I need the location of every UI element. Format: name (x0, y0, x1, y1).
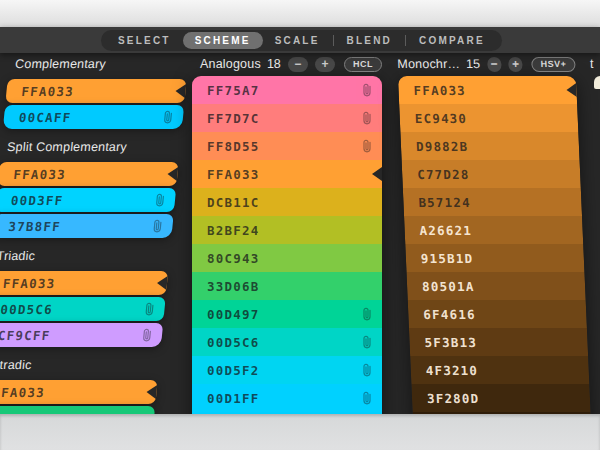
nav-divider (405, 35, 406, 46)
color-mode-button[interactable]: HSV+ (531, 57, 575, 72)
selected-notch (156, 276, 167, 290)
paperclip-icon[interactable] (149, 218, 166, 235)
increase-count-button[interactable]: + (508, 57, 523, 72)
color-swatch[interactable]: C77D28 (402, 160, 581, 188)
paperclip-icon[interactable] (139, 327, 156, 344)
swatch-count: 18 (267, 57, 281, 71)
monochrome-column: Monochr… 15 − + HSV+ FFA033 EC9430 D9882… (397, 55, 592, 440)
color-swatch[interactable]: 80501A (406, 272, 585, 300)
paperclip-icon[interactable] (359, 82, 376, 99)
swatch-hex-label: FF75A7 (192, 83, 259, 98)
color-swatch[interactable]: DCB11C (192, 188, 382, 216)
analogous-column: Analogous 18 − + HCL FF75A7 FF7D7C FF8D5… (192, 55, 382, 440)
swatch-hex-label: 915B1D (406, 251, 474, 266)
paperclip-icon[interactable] (359, 110, 376, 127)
swatch-hex-label: 00D5F2 (192, 363, 259, 378)
color-swatch[interactable]: 00D3FF (0, 188, 176, 212)
next-column-swatch-sliver[interactable] (594, 76, 600, 89)
swatch-hex-label: 80501A (407, 279, 475, 294)
paperclip-icon[interactable] (160, 109, 177, 126)
swatch-hex-label: 80C943 (192, 251, 259, 266)
next-column-title: t (590, 57, 593, 71)
tab-blend[interactable]: BLEND (335, 32, 404, 49)
color-swatch[interactable]: 00D1FF (192, 384, 382, 412)
selected-notch (372, 167, 382, 181)
color-mode-button[interactable]: HCL (344, 57, 382, 72)
swatch-hex-label: 5F3B13 (409, 335, 477, 350)
paperclip-icon[interactable] (152, 192, 169, 209)
color-swatch[interactable]: FFA033 (192, 160, 382, 188)
paperclip-icon[interactable] (141, 301, 158, 318)
color-swatch[interactable]: CF9CFF (0, 323, 163, 347)
color-swatch[interactable]: EC9430 (399, 104, 578, 132)
swatch-hex-label: FFA033 (6, 84, 75, 99)
color-swatch[interactable]: 6F4616 (408, 300, 587, 328)
swatch-stack: FF75A7 FF7D7C FF8D55 FFA033 DCB11C B2BF2… (192, 76, 382, 440)
swatch-hex-label: FF8D55 (192, 139, 259, 154)
scheme-group: Complementary FFA033 00CAFF (3, 55, 189, 129)
increase-count-button[interactable]: + (315, 57, 335, 72)
swatch-hex-label: 00D5C6 (192, 335, 259, 350)
color-swatch[interactable]: FFA033 (0, 271, 168, 295)
color-swatch[interactable]: B2BF24 (192, 216, 382, 244)
color-swatch[interactable]: B57124 (403, 188, 582, 216)
paperclip-icon[interactable] (359, 138, 376, 155)
column-header: Analogous 18 − + HCL (192, 55, 382, 73)
swatch-hex-label: DCB11C (192, 195, 259, 210)
paperclip-icon[interactable] (359, 334, 376, 351)
color-swatch[interactable]: 915B1D (405, 244, 584, 272)
swatch-hex-label: FFA033 (398, 83, 466, 98)
tab-scale[interactable]: SCALE (263, 32, 332, 49)
desktop-bottom-strip (0, 414, 600, 450)
color-swatch[interactable]: FF75A7 (192, 76, 382, 104)
color-swatch[interactable]: 37B8FF (0, 214, 174, 238)
swatch-stack: FFA033 EC9430 D9882B C77D28 B57124 A2662… (398, 76, 592, 440)
swatch-hex-label: 00CAFF (3, 110, 72, 125)
nav-divider (333, 35, 334, 46)
decrease-count-button[interactable]: − (487, 57, 502, 72)
color-swatch[interactable]: 5F3B13 (409, 328, 588, 356)
tab-compare[interactable]: COMPARE (407, 32, 497, 49)
tab-scheme[interactable]: SCHEME (183, 32, 263, 49)
scheme-group: Split Complementary FFA033 00D3FF 37B8FF (0, 138, 181, 238)
color-swatch[interactable]: FF8D55 (192, 132, 382, 160)
scheme-group-title: Triadic (0, 247, 171, 265)
selected-notch (566, 83, 577, 97)
swatch-hex-label: 3F280D (412, 391, 480, 406)
schemes-panel: Complementary FFA033 00CAFF Split Comple… (0, 55, 189, 439)
color-swatch[interactable]: 00CAFF (3, 105, 184, 129)
swatch-hex-label: 37B8FF (0, 219, 62, 234)
tab-select[interactable]: SELECT (106, 32, 183, 49)
decrease-count-button[interactable]: − (288, 57, 308, 72)
color-swatch[interactable]: FFA033 (0, 162, 179, 186)
color-swatch[interactable]: 4F3210 (410, 356, 589, 384)
color-swatch[interactable]: A26621 (404, 216, 583, 244)
swatch-hex-label: 4F3210 (410, 363, 478, 378)
paperclip-icon[interactable] (359, 306, 376, 323)
swatch-hex-label: FFA033 (0, 167, 67, 182)
swatch-hex-label: CF9CFF (0, 328, 51, 343)
scheme-group-title: Tetradic (0, 356, 160, 374)
swatch-hex-label: 33D06B (192, 279, 259, 294)
color-swatch[interactable]: 00D497 (192, 300, 382, 328)
paperclip-icon[interactable] (359, 390, 376, 407)
paperclip-icon[interactable] (359, 362, 376, 379)
color-swatch[interactable]: 00D5F2 (192, 356, 382, 384)
color-swatch[interactable]: 80C943 (192, 244, 382, 272)
swatch-hex-label: 00D497 (192, 307, 259, 322)
swatch-hex-label: B57124 (403, 195, 471, 210)
swatch-hex-label: FFA033 (192, 167, 259, 182)
column-title: Monochr… (397, 57, 460, 71)
color-swatch[interactable]: 00D5C6 (192, 328, 382, 356)
color-swatch[interactable]: 33D06B (192, 272, 382, 300)
color-swatch[interactable]: FF7D7C (192, 104, 382, 132)
color-swatch[interactable]: 3F280D (411, 384, 590, 412)
swatch-hex-label: 6F4616 (408, 307, 476, 322)
color-swatch[interactable]: 00D5C6 (0, 297, 166, 321)
color-swatch[interactable]: FFA033 (398, 76, 577, 104)
color-swatch[interactable]: D9882B (400, 132, 579, 160)
color-swatch[interactable]: FFA033 (5, 79, 186, 103)
color-swatch[interactable]: FFA033 (0, 380, 158, 404)
swatch-count: 15 (466, 57, 481, 71)
app-window: SELECTSCHEMESCALEBLENDCOMPARE Complement… (0, 0, 600, 450)
